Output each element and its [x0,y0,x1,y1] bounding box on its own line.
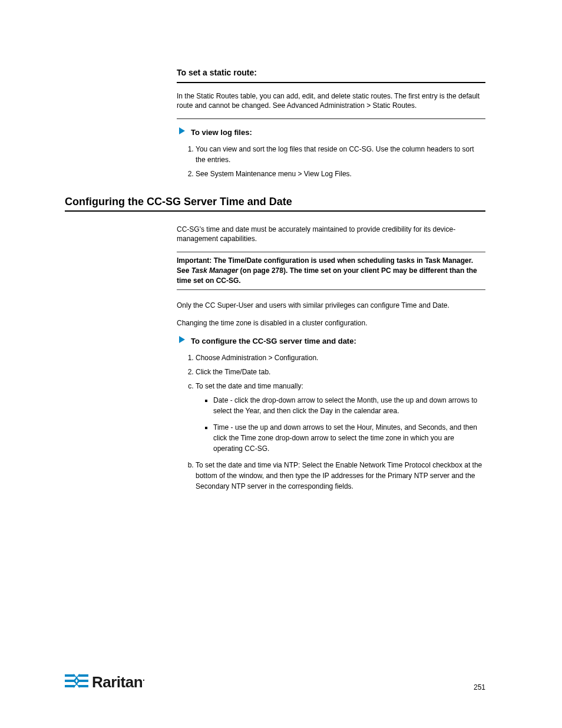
svg-marker-0 [179,127,185,134]
proc-label-configure-time: To configure the CC-SG server time and d… [191,336,485,347]
rule-subsection-bottom [177,118,485,119]
configure-time-steps: Choose Administration > Configuration. C… [177,353,485,492]
proc-row-view-logs: To view log files: [177,127,485,138]
static-route-intro: In the Static Routes table, you can add,… [177,91,485,110]
logo-text: Raritan. [92,673,144,691]
svg-marker-1 [179,336,185,343]
page-number: 251 [474,683,485,691]
list-item: Time - use the up and down arrows to set… [213,422,485,454]
step-a-sublist: Date - click the drop-down arrow to sele… [196,395,485,454]
important-italic: Task Manager [191,266,239,275]
step-b-label: To set the date and time via NTP: Select… [196,461,482,490]
list-item: See System Maintenance menu > View Log F… [196,169,485,179]
subsection-static-route: To set a static route: In the Static Rou… [177,68,485,179]
section-heading-block: Configuring the CC-SG Server Time and Da… [65,196,485,212]
section-note1: Only the CC Super-User and users with si… [177,301,485,310]
play-icon [177,127,187,134]
list-item: Date - click the drop-down arrow to sele… [213,395,485,416]
svg-rect-5 [78,674,88,677]
important-box: Important: The Time/Date configuration i… [177,252,485,289]
view-logs-steps: You can view and sort the log files that… [177,144,485,179]
section-body: CC-SG's time and date must be accurately… [177,225,485,492]
list-item: To set the date and time via NTP: Select… [196,460,485,492]
list-item: Click the Time/Date tab. [196,367,485,377]
svg-rect-2 [65,674,75,677]
list-item: To set the date and time manually: Date … [196,381,485,454]
proc-label-view-logs: To view log files: [191,127,485,138]
proc-row-configure-time: To configure the CC-SG server time and d… [177,336,485,347]
brand-logo: Raritan. [65,673,144,693]
list-item: You can view and sort the log files that… [196,144,485,165]
list-item: Choose Administration > Configuration. [196,353,485,363]
page-root: To set a static route: In the Static Rou… [0,0,562,728]
svg-rect-4 [65,685,75,687]
subsection-title-static-route: To set a static route: [177,68,485,77]
section-heading: Configuring the CC-SG Server Time and Da… [65,196,485,208]
rule-section-heading [65,210,485,212]
section-intro: CC-SG's time and date must be accurately… [177,225,485,243]
play-icon [177,336,187,343]
logo-icon [65,673,88,693]
rule-subsection-top [177,82,485,83]
step-a-label: To set the date and time manually: [196,382,303,390]
svg-rect-7 [78,685,88,687]
section-note2: Changing the time zone is disabled in a … [177,318,485,328]
